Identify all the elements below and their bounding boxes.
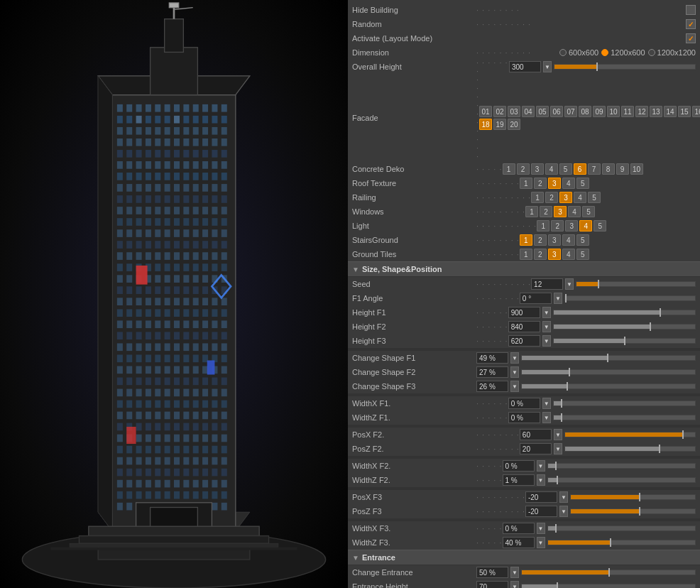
widthz-f2-down-btn[interactable]: ▼ bbox=[537, 474, 545, 486]
pos-z-f3-value[interactable]: -20 bbox=[525, 506, 557, 517]
widthz-f1-value[interactable]: 0 % bbox=[508, 412, 540, 423]
ground-tiles-btn-5[interactable]: 5 bbox=[576, 249, 589, 260]
facade-btn-03[interactable]: 03 bbox=[508, 106, 520, 117]
pos-z-f2-slider[interactable] bbox=[564, 446, 696, 452]
concrete-btn-5[interactable]: 5 bbox=[559, 163, 572, 175]
height-f3-value[interactable]: 620 bbox=[508, 335, 540, 347]
change-shape-f2-value[interactable]: 27 % bbox=[476, 366, 508, 378]
height-f2-down-btn[interactable]: ▼ bbox=[542, 321, 551, 332]
ground-tiles-btn-3[interactable]: 3 bbox=[548, 249, 561, 260]
height-f3-slider[interactable] bbox=[553, 338, 696, 344]
widthz-f1-down-btn[interactable]: ▼ bbox=[542, 412, 551, 423]
f1-angle-value[interactable]: 0 ° bbox=[520, 293, 552, 304]
concrete-btn-1[interactable]: 1 bbox=[503, 163, 515, 175]
roof-btn-2[interactable]: 2 bbox=[534, 178, 547, 189]
widthx-f2-down-btn[interactable]: ▼ bbox=[537, 460, 545, 472]
stairs-btn-4[interactable]: 4 bbox=[562, 234, 575, 246]
facade-btn-12[interactable]: 12 bbox=[635, 106, 648, 117]
seed-value[interactable]: 12 bbox=[531, 278, 563, 290]
light-btn-5[interactable]: 5 bbox=[594, 220, 606, 232]
change-entrance-value[interactable]: 50 % bbox=[476, 567, 508, 578]
hide-building-checkbox[interactable] bbox=[686, 5, 696, 15]
widthx-f1-slider[interactable] bbox=[553, 401, 696, 406]
height-f3-down-btn[interactable]: ▼ bbox=[542, 335, 551, 347]
stairs-btn-2[interactable]: 2 bbox=[534, 234, 547, 246]
light-btn-4[interactable]: 4 bbox=[579, 220, 592, 232]
facade-btn-05[interactable]: 05 bbox=[536, 106, 549, 117]
windows-btn-3[interactable]: 3 bbox=[554, 206, 567, 217]
change-shape-f3-value[interactable]: 26 % bbox=[476, 381, 508, 392]
widthx-f3-down-btn[interactable]: ▼ bbox=[537, 523, 545, 534]
facade-btn-18[interactable]: 18 bbox=[479, 119, 492, 130]
widthx-f3-value[interactable]: 0 % bbox=[503, 523, 535, 534]
facade-btn-06[interactable]: 06 bbox=[550, 106, 563, 117]
height-f1-value[interactable]: 900 bbox=[508, 307, 540, 318]
pos-z-f3-slider[interactable] bbox=[570, 508, 696, 514]
change-shape-f2-down-btn[interactable]: ▼ bbox=[510, 366, 519, 378]
concrete-btn-9[interactable]: 9 bbox=[616, 163, 629, 175]
widthx-f2-slider[interactable] bbox=[547, 463, 696, 469]
pos-x-f2-value[interactable]: 60 bbox=[520, 429, 552, 440]
ground-tiles-btn-4[interactable]: 4 bbox=[562, 249, 575, 260]
change-entrance-down-btn[interactable]: ▼ bbox=[510, 567, 519, 578]
widthz-f1-slider[interactable] bbox=[553, 415, 696, 420]
change-shape-f3-down-btn[interactable]: ▼ bbox=[510, 381, 519, 392]
light-btn-2[interactable]: 2 bbox=[551, 220, 564, 232]
dim-600x600[interactable]: 600x600 bbox=[559, 48, 598, 57]
facade-btn-07[interactable]: 07 bbox=[564, 106, 577, 117]
pos-x-f2-down-btn[interactable]: ▼ bbox=[554, 429, 562, 440]
concrete-btn-10[interactable]: 10 bbox=[630, 163, 643, 175]
stairs-btn-5[interactable]: 5 bbox=[576, 234, 589, 246]
windows-btn-5[interactable]: 5 bbox=[582, 206, 595, 217]
change-entrance-slider[interactable] bbox=[521, 570, 696, 575]
light-btn-3[interactable]: 3 bbox=[565, 220, 578, 232]
railing-btn-2[interactable]: 2 bbox=[545, 192, 558, 203]
overall-height-down-btn[interactable]: ▼ bbox=[543, 61, 552, 72]
dim-1200x1200[interactable]: 1200x1200 bbox=[648, 48, 696, 57]
pos-x-f3-down-btn[interactable]: ▼ bbox=[559, 491, 568, 503]
widthz-f2-value[interactable]: 1 % bbox=[503, 474, 535, 486]
change-shape-f1-down-btn[interactable]: ▼ bbox=[510, 352, 519, 364]
pos-x-f3-value[interactable]: -20 bbox=[525, 491, 557, 503]
pos-x-f3-slider[interactable] bbox=[570, 494, 696, 500]
widthx-f1-value[interactable]: 0 % bbox=[508, 398, 540, 409]
roof-btn-1[interactable]: 1 bbox=[520, 178, 532, 189]
widthz-f2-slider[interactable] bbox=[547, 477, 696, 483]
widthz-f3-slider[interactable] bbox=[547, 540, 696, 545]
concrete-btn-7[interactable]: 7 bbox=[588, 163, 601, 175]
facade-btn-01[interactable]: 01 bbox=[479, 106, 492, 117]
railing-btn-3[interactable]: 3 bbox=[559, 192, 572, 203]
activate-layout-checkbox[interactable] bbox=[686, 33, 696, 43]
railing-btn-4[interactable]: 4 bbox=[574, 192, 586, 203]
light-btn-1[interactable]: 1 bbox=[537, 220, 549, 232]
widthx-f2-value[interactable]: 0 % bbox=[503, 460, 535, 472]
facade-btn-09[interactable]: 09 bbox=[593, 106, 606, 117]
entrance-height-value[interactable]: 70 bbox=[476, 581, 508, 588]
windows-btn-2[interactable]: 2 bbox=[540, 206, 552, 217]
facade-btn-10[interactable]: 10 bbox=[607, 106, 620, 117]
change-shape-f1-slider[interactable] bbox=[521, 355, 696, 361]
concrete-btn-6[interactable]: 6 bbox=[574, 163, 586, 175]
dim-1200x600[interactable]: 1200x600 bbox=[601, 48, 645, 57]
f1-angle-slider[interactable] bbox=[564, 295, 696, 301]
change-shape-f1-value[interactable]: 49 % bbox=[476, 352, 508, 364]
seed-slider[interactable] bbox=[576, 281, 696, 287]
facade-btn-02[interactable]: 02 bbox=[493, 106, 506, 117]
concrete-btn-4[interactable]: 4 bbox=[545, 163, 558, 175]
entrance-height-down-btn[interactable]: ▼ bbox=[510, 581, 519, 588]
height-f2-slider[interactable] bbox=[553, 324, 696, 330]
concrete-btn-8[interactable]: 8 bbox=[602, 163, 615, 175]
height-f1-slider[interactable] bbox=[553, 310, 696, 315]
stairs-btn-3[interactable]: 3 bbox=[548, 234, 561, 246]
facade-btn-15[interactable]: 15 bbox=[678, 106, 691, 117]
size-shape-section-header[interactable]: ▼ Size, Shape&Position bbox=[348, 261, 700, 277]
stairs-btn-1[interactable]: 1 bbox=[520, 234, 532, 246]
pos-z-f2-down-btn[interactable]: ▼ bbox=[554, 443, 562, 454]
widthx-f3-slider[interactable] bbox=[547, 526, 696, 531]
f1-angle-down-btn[interactable]: ▼ bbox=[554, 293, 562, 304]
overall-height-value[interactable]: 300 bbox=[509, 61, 541, 72]
pos-x-f2-slider[interactable] bbox=[564, 432, 696, 437]
widthz-f3-value[interactable]: 40 % bbox=[503, 537, 535, 548]
ground-tiles-btn-1[interactable]: 1 bbox=[520, 249, 532, 260]
change-shape-f3-slider[interactable] bbox=[521, 383, 696, 389]
